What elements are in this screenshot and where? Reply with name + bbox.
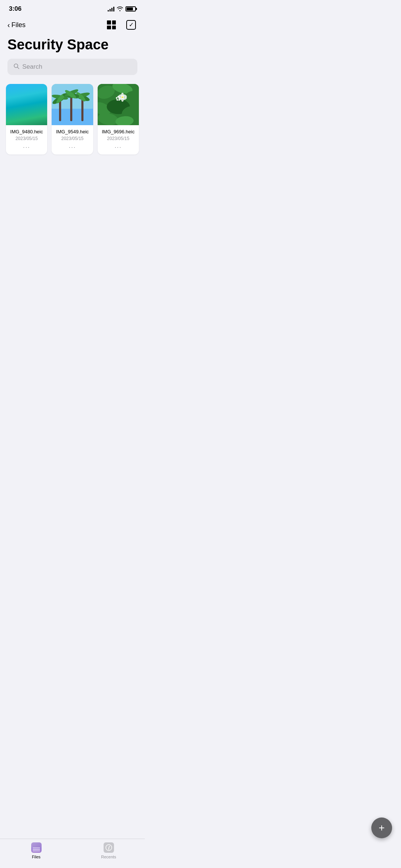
svg-rect-8 (81, 98, 84, 121)
file-card-1[interactable]: IMG_9480.heic 2023/05/15 ··· (6, 84, 47, 155)
grid-view-button[interactable] (105, 19, 117, 31)
wifi-icon (117, 6, 123, 12)
files-grid: IMG_9480.heic 2023/05/15 ··· (0, 82, 145, 192)
signal-icon (108, 6, 114, 12)
status-time: 3:06 (9, 5, 22, 13)
nav-actions: ✓ (105, 19, 137, 31)
file-thumbnail-1 (6, 84, 47, 125)
back-button[interactable]: ‹ Files (7, 21, 26, 29)
status-bar: 3:06 (0, 0, 145, 16)
file-thumbnail-3 (98, 84, 139, 125)
search-bar-container: Search (0, 59, 145, 82)
file-thumbnail-2 (52, 84, 93, 125)
file-date-3: 2023/05/15 (101, 136, 135, 141)
file-name-2: IMG_9549.heic (55, 129, 89, 134)
file-info-3: IMG_9696.heic 2023/05/15 ··· (98, 125, 139, 155)
file-more-button-2[interactable]: ··· (55, 144, 89, 152)
file-name-1: IMG_9480.heic (10, 129, 43, 134)
search-bar[interactable]: Search (7, 59, 137, 75)
svg-point-32 (121, 96, 123, 98)
back-label: Files (12, 21, 26, 29)
file-card-3[interactable]: IMG_9696.heic 2023/05/15 ··· (98, 84, 139, 155)
search-icon (13, 63, 19, 71)
file-more-button-1[interactable]: ··· (10, 144, 43, 152)
svg-rect-4 (59, 100, 61, 121)
file-date-1: 2023/05/15 (10, 136, 43, 141)
file-date-2: 2023/05/15 (55, 136, 89, 141)
search-input[interactable]: Search (22, 63, 42, 71)
file-card-2[interactable]: IMG_9549.heic 2023/05/15 ··· (52, 84, 93, 155)
checkmark-icon: ✓ (129, 22, 134, 28)
nav-bar: ‹ Files ✓ (0, 16, 145, 34)
file-name-3: IMG_9696.heic (101, 129, 135, 134)
file-info-1: IMG_9480.heic 2023/05/15 ··· (6, 125, 47, 155)
svg-line-1 (17, 67, 19, 69)
battery-icon (125, 6, 136, 12)
select-mode-button[interactable]: ✓ (125, 19, 137, 31)
status-icons (108, 6, 136, 12)
file-info-2: IMG_9549.heic 2023/05/15 ··· (52, 125, 93, 155)
file-more-button-3[interactable]: ··· (101, 144, 135, 152)
back-chevron-icon: ‹ (7, 21, 10, 29)
svg-rect-12 (70, 96, 72, 121)
page-title: Security Space (0, 34, 145, 59)
grid-view-icon (107, 20, 116, 29)
checkbox-icon: ✓ (126, 20, 136, 30)
